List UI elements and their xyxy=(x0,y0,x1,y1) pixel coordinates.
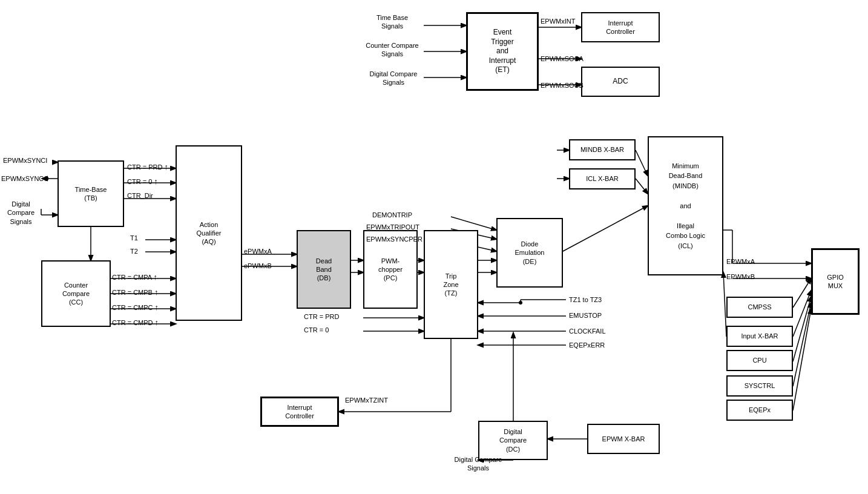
svg-line-55 xyxy=(793,303,811,386)
cpu-block: CPU xyxy=(726,350,793,371)
svg-line-30 xyxy=(636,179,648,194)
event-trigger-block: EventTriggerandInterrupt(ET) xyxy=(466,12,539,91)
ctr-cmpc-label: CTR = CMPC ↑ xyxy=(112,303,159,313)
digital-compare-block: DigitalCompare(DC) xyxy=(478,421,548,460)
svg-line-52 xyxy=(793,278,811,308)
svg-line-29 xyxy=(636,150,648,176)
t1-label: T1 xyxy=(130,234,138,242)
ctr-cmpb-label: CTR = CMPB ↑ xyxy=(112,288,158,298)
eqepx-block: EQEPx xyxy=(726,400,793,421)
svg-line-53 xyxy=(793,291,811,337)
sysctrl-block: SYSCTRL xyxy=(726,375,793,397)
mindb-xbar-block: MINDB X-BAR xyxy=(569,139,636,160)
digital-compare-left-label: Digital CompareSignals xyxy=(1,200,41,226)
trip-zone-block: TripZone(TZ) xyxy=(424,230,478,339)
eqepxerr-label: EQEPxERR xyxy=(569,341,605,349)
diagram: EventTriggerandInterrupt(ET) InterruptCo… xyxy=(0,0,868,494)
time-base-signals-label: Time BaseSignals xyxy=(362,13,422,31)
ctr-prd-top-label: CTR = PRD ↑ xyxy=(127,162,168,173)
epwmxsyncper-label: EPWMxSYNCPER xyxy=(366,235,422,243)
t2-label: T2 xyxy=(130,247,138,255)
epwmxsynci-label: EPWMxSYNCI xyxy=(3,156,47,165)
epwmxtzint-label: EPWMxTZINT xyxy=(345,396,388,404)
mindb-icl-block: MinimumDead-Band(MINDB)andIllegalCombo L… xyxy=(648,136,723,275)
interrupt-controller-bottom-block: InterruptController xyxy=(260,397,339,427)
epwmxtripout-label: EPWMxTRIPOUT xyxy=(366,223,419,231)
ctr-cmpd-label: CTR = CMPD ↑ xyxy=(112,318,159,328)
clockfail-label: CLOCKFAIL xyxy=(569,327,606,335)
interrupt-controller-top-block: InterruptController xyxy=(581,12,660,42)
svg-line-56 xyxy=(793,309,811,410)
demontrip-label: DEMONTRIP xyxy=(372,211,412,219)
ctr-prd-bot-label: CTR = PRD xyxy=(304,312,339,321)
epwmxb-out-label: EPWMxB xyxy=(726,272,755,281)
ctr-dir-label: CTR_Dir xyxy=(127,191,153,200)
digital-compare-signals-top-label: Digital CompareSignals xyxy=(357,70,430,87)
action-qualifier-block: ActionQualifier(AQ) xyxy=(176,145,242,321)
ctr-0-bot-label: CTR = 0 xyxy=(304,326,329,334)
epwmxsynco-label: EPWMxSYNCO xyxy=(1,174,49,183)
cmpss-block: CMPSS xyxy=(726,297,793,318)
epwmxa-out-label: EPWMxA xyxy=(726,257,755,266)
tz1-tz3-label: TZ1 to TZ3 xyxy=(569,295,602,304)
time-base-block: Time-Base(TB) xyxy=(58,160,124,227)
svg-line-35 xyxy=(451,217,496,230)
dead-band-block: DeadBand(DB) xyxy=(297,230,351,309)
epwmxsocb-label: EPWMxSOCB xyxy=(541,81,584,90)
epwmxb-label: ePWMxB xyxy=(244,262,272,270)
ctr-0-top-label: CTR = 0 ↑ xyxy=(127,177,158,187)
epwmxint-label: EPWMxINT xyxy=(541,17,575,25)
digital-compare-bot-label: Digital CompareSignals xyxy=(442,455,515,473)
counter-compare-signals-label: Counter CompareSignals xyxy=(356,41,429,59)
svg-line-28 xyxy=(563,206,648,251)
emustop-label: EMUSTOP xyxy=(569,311,602,320)
adc-block: ADC xyxy=(581,67,660,97)
input-xbar-block: Input X-BAR xyxy=(726,326,793,347)
gpio-mux-block: GPIOMUX xyxy=(811,248,860,315)
counter-compare-block: CounterCompare(CC) xyxy=(41,260,111,327)
svg-line-54 xyxy=(793,297,811,361)
svg-point-40 xyxy=(519,301,522,305)
epwm-xbar-block: EPWM X-BAR xyxy=(587,424,660,454)
ctr-cmpa-label: CTR = CMPA ↑ xyxy=(112,272,157,283)
epwmxa-label: ePWMxA xyxy=(244,247,272,255)
icl-xbar-block: ICL X-BAR xyxy=(569,168,636,189)
diode-emulation-block: DiodeEmulation(DE) xyxy=(496,218,563,288)
epwmxsoca-label: EPWMxSOCA xyxy=(541,54,584,63)
